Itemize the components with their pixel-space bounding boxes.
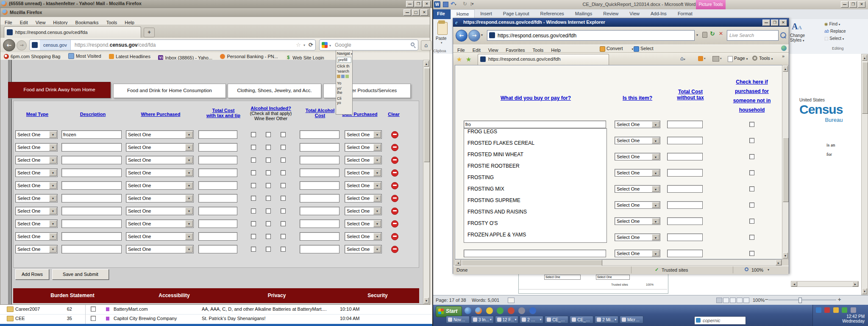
other-checkbox[interactable] [281,132,286,137]
beer-checkbox[interactable] [266,221,271,226]
close-icon[interactable]: ✕ [858,1,865,8]
ie-vscrollbar[interactable]: ▲ ▼ [782,65,789,259]
date-purchased-select[interactable]: Select One▼ [345,169,382,177]
message-sender[interactable]: BatteryMart.com [114,306,190,312]
beer-checkbox[interactable] [266,145,271,150]
mail-message-row[interactable]: Capitol City Brewing Company St. Patrick… [86,314,432,323]
quicklaunch-icon[interactable] [486,307,493,314]
description-input[interactable] [61,219,122,228]
ie-tab-label[interactable]: https://respond.census.gov/ced/fdh [488,56,603,62]
toolbar-icon[interactable] [345,75,349,78]
mail-message-row[interactable]: BatteryMart.com AA, AAA, C, D, and other… [86,305,432,315]
navigation-search-input[interactable]: prefill [337,57,351,63]
reload-icon[interactable]: ⟳ [309,42,313,48]
replace-button[interactable]: ab Replace [824,29,846,34]
wine-checkbox[interactable] [251,145,256,150]
footer-accessibility[interactable]: Accessibility [149,292,200,298]
description-input[interactable] [61,194,122,202]
where-purchased-select[interactable]: Select One▼ [126,207,194,215]
close-icon[interactable]: ✕ [779,20,787,26]
wine-checkbox[interactable] [251,196,256,201]
total-cost-input[interactable] [198,219,237,228]
other-checkbox[interactable] [281,208,286,214]
bookmark-star-icon[interactable]: ☆ [296,42,301,48]
description-input[interactable] [61,232,122,241]
total-cost-input[interactable] [667,201,703,209]
print-icon[interactable] [712,56,719,62]
clear-row-icon[interactable] [391,208,398,215]
restore-icon[interactable]: ❐ [849,1,857,8]
date-purchased-select[interactable]: Select One▼ [345,219,382,228]
wine-checkbox[interactable] [251,221,256,226]
paste-label[interactable]: Paste [436,36,447,41]
rss-caret-icon[interactable]: ▾ [704,57,706,60]
wine-checkbox[interactable] [251,208,256,214]
purchased-for-other-checkbox[interactable] [749,154,754,159]
col-header-check-here[interactable]: Check here ifpurchased forsomeone not in… [729,77,775,115]
mail-folder-row[interactable]: CEE 35 [0,314,85,323]
wine-checkbox[interactable] [251,234,256,239]
chevron-more-icon[interactable]: » [782,53,785,59]
total-cost-input[interactable] [198,130,237,139]
ie-window-buttons[interactable]: —❐✕ [762,20,787,27]
meal-type-select[interactable]: Select One▼ [15,156,58,164]
alcohol-cost-input[interactable] [300,143,339,152]
qat-customize-icon[interactable]: |▾ [470,2,474,6]
url-bar[interactable]: census.gov https://respond.census.gov/ce… [29,39,316,51]
where-purchased-select[interactable]: Select One▼ [126,143,194,152]
scroll-left-icon[interactable]: ◄ [455,260,461,265]
change-styles-label[interactable]: ChangeStyles ▾ [790,33,805,42]
tools-menu-button[interactable]: Tools ▾ [759,56,773,61]
scroll-up-icon[interactable]: ▲ [424,61,429,67]
beer-checkbox[interactable] [266,183,271,188]
firefox-window-buttons[interactable]: —□✕ [403,9,428,17]
where-purchased-select[interactable]: Select One▼ [126,156,194,164]
firefox-titlebar[interactable]: Mozilla Firefox —□✕ [0,8,430,17]
purchased-for-other-checkbox[interactable] [749,186,754,191]
total-cost-input[interactable] [198,207,237,215]
doc-embedded-image[interactable]: Select One Select One Trusted sites 100% [518,273,668,294]
clock[interactable]: 12:42 PM Wednesday [827,314,865,323]
word-window-buttons[interactable]: —❐✕ [840,1,865,9]
date-purchased-select[interactable]: Select One▼ [345,130,382,139]
is-this-item-select[interactable]: Select One▼ [615,153,660,160]
where-purchased-select[interactable]: Select One▼ [126,232,194,241]
scrollbar-thumb[interactable] [462,260,602,266]
total-cost-input[interactable] [667,250,703,257]
message-checkbox[interactable] [91,316,96,321]
col-header-meal-type[interactable]: Meal Type [16,112,58,117]
taskbar-window-button[interactable]: 3 In...▾ [471,316,494,323]
beer-checkbox[interactable] [266,208,271,214]
zoom-slider[interactable] [768,299,836,301]
draft-view-icon[interactable] [743,298,749,303]
alcohol-cost-input[interactable] [300,181,339,190]
site-identity-chip[interactable]: census.gov [40,40,71,50]
total-cost-input[interactable] [667,217,703,225]
add-favorite-icon[interactable]: ★ [466,56,471,63]
clear-row-icon[interactable] [391,220,398,228]
quicklaunch-icon[interactable] [508,307,515,314]
bookmark-most-visited[interactable]: Most Visited [68,53,101,59]
maximize-icon[interactable]: ❐ [771,20,779,26]
item-description-input[interactable] [464,250,606,257]
autocomplete-suggestion[interactable]: FROSTING MIX [464,186,606,197]
col-header-is-this-item[interactable]: Is this item? [612,95,663,101]
where-purchased-select[interactable]: Select One▼ [126,169,194,177]
scroll-down-icon[interactable]: ▼ [424,298,429,304]
word-count[interactable]: Words: 5,001 [472,298,499,303]
scroll-down-icon[interactable]: ▼ [862,288,867,294]
tab-food-home[interactable]: Food and Drink for Home Consumption [113,84,226,98]
scrollbar-thumb[interactable] [783,138,789,202]
beer-checkbox[interactable] [266,247,271,252]
where-purchased-select[interactable]: Select One▼ [126,130,194,139]
bookmark-latest-headlines[interactable]: Latest Headlines [109,54,150,59]
live-search-box[interactable]: Live Search [727,30,779,41]
print-layout-view-icon[interactable] [716,298,722,303]
message-subject[interactable]: AA, AAA, C, D, and other Alkaline Batter… [202,306,337,312]
tab-food-away[interactable]: Food and Drink Away from Home [8,82,111,98]
address-caret-icon[interactable]: ▾ [696,33,698,37]
total-cost-input[interactable] [198,181,237,190]
search-bar[interactable]: ▾ Google [319,39,418,51]
is-this-item-select[interactable]: Select One▼ [615,250,660,257]
description-input[interactable] [61,207,122,215]
